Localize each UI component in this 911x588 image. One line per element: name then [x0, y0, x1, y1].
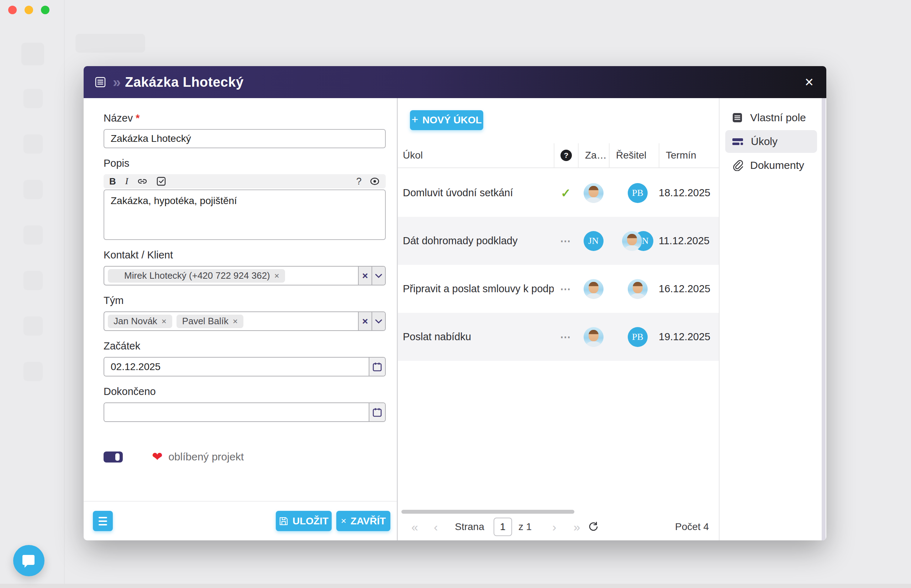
section-sidebar: Vlastní pole Úkoly Dokumenty [719, 98, 826, 540]
task-solvers[interactable] [609, 279, 659, 299]
next-page-button[interactable]: › [552, 521, 556, 533]
background-icon-ghost [23, 134, 43, 153]
heart-icon: ❤ [152, 451, 163, 463]
task-name: Připravit a poslat smlouvy k podpis… [398, 283, 554, 295]
italic-button[interactable]: I [125, 176, 128, 187]
task-assignee[interactable] [578, 279, 609, 299]
column-ukol[interactable]: Úkol [398, 143, 554, 168]
tym-clear-button[interactable]: × [358, 312, 371, 330]
tag-remove-icon[interactable]: × [274, 271, 279, 281]
close-icon[interactable]: × [805, 75, 814, 90]
background-bottom-edge [0, 584, 911, 588]
task-name: Dát dohromady podklady [398, 235, 554, 247]
favorite-toggle[interactable] [104, 451, 123, 462]
field-popis: Popis B I ? [104, 157, 386, 240]
task-assignee[interactable]: JN [578, 231, 609, 251]
help-button[interactable]: ? [356, 176, 361, 187]
task-due-date: 18.12.2025 [659, 187, 719, 199]
background-icon-ghost [23, 317, 43, 336]
background-sidebar-edge [64, 0, 65, 588]
tym-select[interactable]: Jan Novák× Pavel Balík× × [104, 312, 386, 331]
preview-eye-button[interactable] [370, 176, 380, 187]
form-menu-button[interactable] [93, 511, 113, 531]
kontakt-dropdown-button[interactable] [371, 267, 385, 285]
project-detail-modal: » Zakázka Lhotecký × Název * Popis B I [84, 66, 826, 540]
task-status[interactable]: ⋯ [554, 283, 578, 295]
user-photo-avatar [622, 231, 642, 251]
pagination-bar: « ‹ Strana z 1 › » Počet 4 [398, 517, 719, 540]
sidebar-item-vlastni-pole[interactable]: Vlastní pole [725, 106, 817, 129]
more-options-icon[interactable]: ⋯ [560, 283, 572, 295]
field-nazev: Název * [104, 112, 386, 148]
sidebar-item-ukoly[interactable]: Úkoly [725, 130, 817, 153]
page-number-input[interactable] [494, 518, 512, 536]
minimize-window-button[interactable] [24, 6, 33, 14]
tag-remove-icon[interactable]: × [233, 317, 238, 326]
more-options-icon[interactable]: ⋯ [560, 235, 572, 247]
task-solvers[interactable]: PB [609, 327, 659, 347]
bold-button[interactable]: B [109, 176, 116, 187]
last-page-button[interactable]: » [573, 521, 580, 533]
task-due-date: 16.12.2025 [659, 283, 719, 295]
task-status[interactable]: ⋯ [554, 331, 578, 343]
maximize-window-button[interactable] [41, 6, 49, 14]
tag-remove-icon[interactable]: × [162, 317, 167, 326]
column-za[interactable]: Za… [578, 143, 609, 168]
user-photo-avatar [584, 327, 603, 347]
page-label: Strana [455, 521, 484, 533]
first-page-button[interactable]: « [412, 521, 418, 533]
zacatek-input[interactable] [104, 358, 369, 376]
chat-launcher-button[interactable] [13, 545, 44, 576]
field-dokonceno: Dokončeno [104, 386, 386, 422]
dokonceno-input[interactable] [104, 403, 369, 421]
task-solvers[interactable]: PB [609, 183, 659, 203]
background-icon-ghost [23, 362, 43, 381]
save-button[interactable]: ULOŽIT [276, 511, 332, 531]
popis-label: Popis [104, 157, 386, 169]
task-name: Domluvit úvodní setkání [398, 187, 554, 199]
checkbox-button[interactable] [157, 177, 166, 186]
task-due-date: 19.12.2025 [659, 331, 719, 343]
project-form-panel: Název * Popis B I [84, 98, 397, 540]
popis-textarea[interactable]: Zakázka, hypotéka, pojištění [104, 189, 386, 240]
help-icon[interactable]: ? [561, 150, 572, 161]
field-tym: Tým Jan Novák× Pavel Balík× × [104, 295, 386, 331]
user-initials-avatar: PB [628, 327, 648, 347]
close-window-button[interactable] [8, 6, 17, 14]
horizontal-scrollbar[interactable] [401, 510, 574, 514]
link-button[interactable] [137, 176, 148, 186]
calendar-icon[interactable] [369, 403, 385, 421]
more-options-icon[interactable]: ⋯ [560, 331, 572, 343]
task-status[interactable]: ⋯ [554, 235, 578, 247]
record-count: Počet 4 [675, 521, 713, 533]
task-row[interactable]: Poslat nabídku ⋯ PB 19.12.2025 [398, 313, 719, 361]
background-icon-ghost [23, 271, 43, 290]
column-resitel[interactable]: Řešitel [609, 143, 659, 168]
plus-icon: + [412, 113, 418, 126]
nazev-input[interactable] [104, 129, 386, 148]
task-row[interactable]: Dát dohromady podklady ⋯ JN JN 11.12.202… [398, 217, 719, 265]
close-form-button[interactable]: × ZAVŘÍT [336, 511, 391, 531]
new-task-button[interactable]: + NOVÝ ÚKOL [410, 110, 483, 130]
user-photo-avatar [628, 279, 648, 299]
sidebar-scrollbar[interactable] [822, 98, 825, 540]
field-kontakt: Kontakt / Klient Mirek Lhotecký (+420 72… [104, 249, 386, 286]
task-status[interactable]: ✓ [554, 186, 578, 200]
column-termin[interactable]: Termín [659, 143, 719, 168]
task-due-date: 11.12.2025 [659, 235, 719, 247]
task-assignee[interactable] [578, 183, 609, 203]
task-solvers[interactable]: JN [609, 231, 659, 251]
task-row[interactable]: Připravit a poslat smlouvy k podpis… ⋯ 1… [398, 265, 719, 313]
sidebar-item-dokumenty[interactable]: Dokumenty [725, 154, 817, 177]
kontakt-clear-button[interactable]: × [358, 267, 371, 285]
check-icon[interactable]: ✓ [561, 186, 571, 200]
tym-label: Tým [104, 295, 386, 307]
prev-page-button[interactable]: ‹ [434, 521, 438, 533]
user-initials-avatar: PB [628, 183, 648, 203]
refresh-icon[interactable] [588, 522, 598, 532]
task-row[interactable]: Domluvit úvodní setkání ✓ PB 18.12.2025 [398, 169, 719, 217]
task-assignee[interactable] [578, 327, 609, 347]
tym-dropdown-button[interactable] [371, 312, 385, 330]
calendar-icon[interactable] [369, 358, 385, 376]
kontakt-select[interactable]: Mirek Lhotecký (+420 722 924 362)× × [104, 266, 386, 286]
